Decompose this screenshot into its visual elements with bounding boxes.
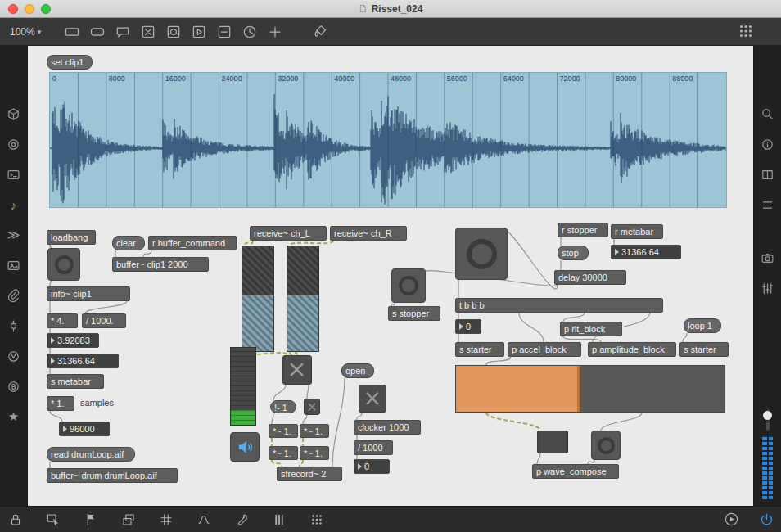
multiply-1-object[interactable]: * 1. <box>47 396 74 411</box>
audio-status-icon[interactable] <box>7 137 21 151</box>
s-starter-right-object[interactable]: s starter <box>679 342 729 357</box>
object-box-icon[interactable] <box>64 24 80 40</box>
edit-mode-icon[interactable] <box>46 512 61 527</box>
beap-icon[interactable] <box>7 379 21 394</box>
playbar-icon[interactable] <box>191 24 207 40</box>
info-icon[interactable] <box>761 137 775 151</box>
stop-message[interactable]: stop <box>558 246 589 260</box>
minimize-window-button[interactable] <box>25 4 34 14</box>
t-bbb-object[interactable]: t b b b <box>455 298 663 313</box>
patcher-canvas[interactable]: 0800016000240003200040000480005600064000… <box>28 46 753 506</box>
r-buffer-command-object[interactable]: r buffer_command <box>148 236 237 250</box>
panel-icon[interactable] <box>272 512 287 527</box>
info-clip1-object[interactable]: info~ clip1 <box>47 286 130 301</box>
toggle-icon[interactable] <box>140 24 156 40</box>
favorites-icon[interactable]: ★ <box>7 409 21 424</box>
flonum-31366-right[interactable]: 31366.64 <box>611 245 681 259</box>
number-0-right[interactable]: 0 <box>455 319 481 334</box>
presentation-icon[interactable] <box>84 512 98 527</box>
level-meter[interactable] <box>230 347 256 426</box>
multiply-4-object[interactable]: * 4. <box>47 313 78 328</box>
gate-toggle[interactable] <box>282 355 312 385</box>
receive-ch-r-object[interactable]: receive~ ch_R <box>330 226 407 241</box>
loop-1-message[interactable]: loop 1 <box>684 318 721 333</box>
divide-1000-object[interactable]: / 1000. <box>82 313 126 328</box>
metro-icon[interactable] <box>242 24 258 40</box>
zoom-window-button[interactable] <box>41 4 51 14</box>
tools-icon[interactable] <box>234 512 249 527</box>
vizzie-icon[interactable] <box>7 349 21 363</box>
toggle-mid[interactable] <box>359 385 386 413</box>
message-box-icon[interactable] <box>89 24 106 40</box>
file-browser-icon[interactable] <box>7 106 21 121</box>
clear-message[interactable]: clear <box>112 236 145 250</box>
meter-left[interactable] <box>242 246 274 352</box>
range-slider-handle[interactable] <box>577 366 580 412</box>
s-metabar-object[interactable]: s metabar <box>47 374 104 389</box>
meter-right[interactable] <box>287 246 319 352</box>
bang-button-stopper[interactable] <box>391 268 426 303</box>
number-box-icon[interactable] <box>216 24 232 40</box>
number-96000[interactable]: 96000 <box>59 422 110 436</box>
loadbang-object[interactable]: loadbang <box>47 230 96 245</box>
s-stopper-object[interactable]: s stopper <box>388 306 440 321</box>
zoom-level-dropdown[interactable]: 100% <box>10 26 41 38</box>
set-clip1-message[interactable]: set clip1 <box>47 55 93 70</box>
audio-power-icon[interactable] <box>759 512 774 527</box>
minus-1-message[interactable]: !- 1 <box>270 400 296 413</box>
r-metabar-object[interactable]: r metabar <box>611 224 663 239</box>
waveform-display[interactable]: 0800016000240003200040000480005600064000… <box>49 72 727 208</box>
grid-icon[interactable] <box>159 512 174 527</box>
console-icon[interactable] <box>7 167 21 182</box>
p-rit-block-object[interactable]: p rit_block <box>560 322 622 336</box>
playlist-icon[interactable]: ≫ <box>7 228 21 242</box>
media-icon[interactable] <box>7 258 21 273</box>
divide-1000b-object[interactable]: / 1000 <box>354 440 393 455</box>
times-sig-2[interactable]: *~ 1. <box>300 424 329 438</box>
keyboard-grid-icon[interactable] <box>309 512 324 527</box>
search-icon[interactable] <box>761 106 775 121</box>
lock-icon[interactable] <box>8 512 23 527</box>
buffer-drum-object[interactable]: buffer~ drum drumLoop.aif <box>47 468 178 483</box>
patch-cords-icon[interactable] <box>196 512 211 527</box>
button-icon[interactable] <box>165 24 182 40</box>
bang-button-left[interactable] <box>47 248 80 281</box>
reference-icon[interactable] <box>761 197 775 212</box>
flonum-31366-left[interactable]: 31366.64 <box>47 354 119 368</box>
sfrecord-object[interactable]: sfrecord~ 2 <box>277 467 342 481</box>
p-accel-block-object[interactable]: p accel_block <box>508 342 581 357</box>
comment-icon[interactable] <box>115 24 131 40</box>
r-stopper-object[interactable]: r stopper <box>558 223 608 237</box>
patcher-blank-box[interactable] <box>537 431 568 453</box>
times-sig-4[interactable]: *~ 1. <box>300 446 329 460</box>
open-message[interactable]: open <box>341 363 374 378</box>
run-icon[interactable] <box>724 512 739 527</box>
number-0-mid[interactable]: 0 <box>354 459 390 474</box>
snippets-icon[interactable] <box>7 288 21 303</box>
toggle-small[interactable] <box>304 399 320 415</box>
receive-ch-l-object[interactable]: receive~ ch_L <box>250 226 327 241</box>
read-drumloop-message[interactable]: read drumLoop.aif <box>47 447 135 462</box>
delay-object[interactable]: delay 30000 <box>554 270 626 285</box>
close-window-button[interactable] <box>8 4 18 14</box>
bang-button-small-right[interactable] <box>591 431 621 460</box>
audio-io-icon[interactable] <box>7 318 21 333</box>
flonum-392[interactable]: 3.92083 <box>47 333 99 348</box>
add-object-icon[interactable] <box>267 24 283 40</box>
patcher-grid-icon[interactable] <box>737 22 755 40</box>
buffer-clip1-object[interactable]: buffer~ clip1 2000 <box>112 257 209 272</box>
p-wave-compose-object[interactable]: p wave_compose <box>532 464 619 479</box>
range-slider[interactable] <box>455 365 725 413</box>
paint-bucket-icon[interactable] <box>312 24 328 40</box>
master-volume-slider[interactable] <box>766 409 770 431</box>
clocker-object[interactable]: clocker 1000 <box>354 420 421 435</box>
times-sig-1[interactable]: *~ 1. <box>269 424 298 438</box>
inspector-icon[interactable] <box>761 167 775 182</box>
snapshot-icon[interactable] <box>761 250 775 265</box>
mixer-icon[interactable] <box>761 281 775 295</box>
p-amplitude-block-object[interactable]: p amplitude_block <box>588 342 676 357</box>
speaker-button[interactable] <box>230 432 260 462</box>
windows-icon[interactable] <box>121 512 136 527</box>
times-sig-3[interactable]: *~ 1. <box>269 446 298 460</box>
s-starter-left-object[interactable]: s starter <box>455 342 504 357</box>
